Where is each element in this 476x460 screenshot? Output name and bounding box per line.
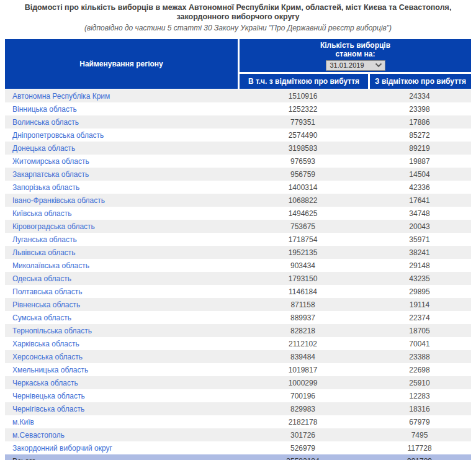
region-name-link[interactable]: Рівненська область — [5, 300, 238, 309]
departed-count-value: 70041 — [368, 340, 471, 348]
region-name-link[interactable]: м.Київ — [5, 418, 238, 426]
region-name-link[interactable]: Тернопільська область — [5, 327, 238, 335]
region-name-link[interactable]: Дніпропетровська область — [5, 131, 238, 140]
region-name-link[interactable]: Херсонська область — [5, 353, 238, 361]
departed-count-value: 17886 — [368, 118, 471, 127]
date-select[interactable]: 31.01.2019 — [326, 60, 385, 71]
table-row: Волинська область77935117886 — [5, 115, 471, 129]
voters-table: Найменування регіону Кількість виборців … — [5, 39, 471, 460]
table-row: м.Київ218217867979 — [5, 415, 471, 428]
voters-count-value: 829983 — [238, 405, 368, 413]
table-row: Рівненська область87115819114 — [5, 298, 471, 311]
total-row: Всього35582184991789 — [5, 454, 471, 460]
departed-count-value: 35971 — [368, 235, 471, 244]
table-row: Закордонний виборчий округ526979117728 — [5, 441, 471, 454]
region-name-link[interactable]: Полтавська область — [5, 287, 238, 296]
voters-count-value: 1793150 — [238, 274, 368, 283]
region-name-link[interactable]: Миколаївська область — [5, 261, 238, 270]
voters-count-value: 2112102 — [238, 340, 368, 348]
region-name-link[interactable]: Луганська область — [5, 235, 238, 244]
region-name-link[interactable]: Київська область — [5, 209, 238, 218]
departed-count-value: 117728 — [368, 444, 471, 453]
voters-count-value: 1400314 — [238, 183, 368, 192]
region-name-link[interactable]: Чернігівська область — [5, 405, 238, 413]
table-row: Луганська область171875435971 — [5, 233, 471, 246]
departed-count-value: 24334 — [368, 92, 471, 101]
voters-count-value: 1252322 — [238, 105, 368, 114]
region-name-link[interactable]: Львівська область — [5, 248, 238, 257]
region-name-link[interactable]: Автономна Республіка Крим — [5, 92, 238, 101]
table-row: Донецька область319858389219 — [5, 142, 471, 155]
voters-count-value: 1068822 — [238, 196, 368, 205]
departed-count-value: 42336 — [368, 183, 471, 192]
region-name-link[interactable]: Івано-Франківська область — [5, 196, 238, 205]
table-row: Львівська область195213538241 — [5, 246, 471, 259]
region-name-link[interactable]: Кіровоградська область — [5, 222, 238, 231]
departed-count-value: 38241 — [368, 248, 471, 257]
voters-count-value: 753675 — [238, 222, 368, 231]
voters-count-value: 2574490 — [238, 131, 368, 140]
region-name-link[interactable]: Одеська область — [5, 274, 238, 283]
voters-count-value: 1952135 — [238, 248, 368, 257]
page-title: Відомості про кількість виборців в межах… — [0, 3, 476, 22]
table-row: Хмельницька область101981722698 — [5, 363, 471, 376]
table-row: Тернопільська область82821818705 — [5, 324, 471, 337]
voters-count-value: 1146184 — [238, 287, 368, 296]
region-name-link[interactable]: Закордонний виборчий округ — [5, 444, 238, 453]
departed-count-value: 23388 — [368, 353, 471, 361]
voters-count-value: 1494625 — [238, 209, 368, 218]
table-header: Найменування регіону Кількість виборців … — [5, 39, 471, 89]
departed-count-value: 17641 — [368, 196, 471, 205]
voters-count-value: 35582184 — [238, 457, 368, 460]
date-select-value: 31.01.2019 — [330, 61, 364, 70]
voters-count-value: 871158 — [238, 300, 368, 309]
table-row: Кіровоградська область75367520043 — [5, 220, 471, 233]
subheader-departed: З відміткою про вибуття — [370, 74, 471, 89]
table-row: Одеська область179315043235 — [5, 272, 471, 285]
table-row: Черкаська область100029925910 — [5, 376, 471, 389]
region-name-link[interactable]: Волинська область — [5, 118, 238, 127]
total-label: Всього — [5, 457, 238, 460]
voters-count-value: 700196 — [238, 392, 368, 400]
voters-count-value: 1000299 — [238, 379, 368, 387]
voters-count-value: 828218 — [238, 327, 368, 335]
region-name-link[interactable]: Чернівецька область — [5, 392, 238, 400]
voters-count-header: Кількість виборців станом на: 31.01.2019 — [240, 39, 471, 72]
voters-count-value: 2182178 — [238, 418, 368, 426]
voters-count-value: 903434 — [238, 261, 368, 270]
region-name-link[interactable]: Житомирська область — [5, 157, 238, 166]
departed-count-value: 25910 — [368, 379, 471, 387]
region-column-header: Найменування регіону — [5, 39, 238, 89]
departed-count-value: 67979 — [368, 418, 471, 426]
page-header: Відомості про кількість виборців в межах… — [0, 0, 476, 32]
departed-count-value: 29895 — [368, 287, 471, 296]
region-name-link[interactable]: м.Севастополь — [5, 431, 238, 440]
region-name-link[interactable]: Черкаська область — [5, 379, 238, 387]
voters-count-value: 976593 — [238, 157, 368, 166]
table-row: Закарпатська область95675914504 — [5, 168, 471, 181]
departed-count-value: 20043 — [368, 222, 471, 231]
departed-count-value: 19887 — [368, 157, 471, 166]
departed-count-value: 22698 — [368, 366, 471, 374]
count-header-line2: станом на: — [336, 50, 375, 58]
departed-count-value: 29148 — [368, 261, 471, 270]
voters-count-value: 889937 — [238, 313, 368, 322]
table-row: Миколаївська область90343429148 — [5, 259, 471, 272]
departed-count-value: 23398 — [368, 105, 471, 114]
region-name-link[interactable]: Сумська область — [5, 313, 238, 322]
table-row: Херсонська область83948423388 — [5, 350, 471, 363]
region-name-link[interactable]: Харківська область — [5, 340, 238, 348]
region-name-link[interactable]: Запорізька область — [5, 183, 238, 192]
voters-count-value: 1019817 — [238, 366, 368, 374]
region-name-link[interactable]: Донецька область — [5, 144, 238, 153]
table-row: Київська область149462534748 — [5, 207, 471, 220]
region-name-link[interactable]: Хмельницька область — [5, 366, 238, 374]
region-name-link[interactable]: Закарпатська область — [5, 170, 238, 179]
voters-count-value: 3198583 — [238, 144, 368, 153]
departed-count-value: 85272 — [368, 131, 471, 140]
region-name-link[interactable]: Вінницька область — [5, 105, 238, 114]
departed-count-value: 43235 — [368, 274, 471, 283]
subheader-departed-included: В т.ч. з відміткою про вибуття — [240, 74, 368, 89]
subheader-row: В т.ч. з відміткою про вибуття З відмітк… — [240, 74, 471, 89]
table-row: Вінницька область125232223398 — [5, 102, 471, 115]
